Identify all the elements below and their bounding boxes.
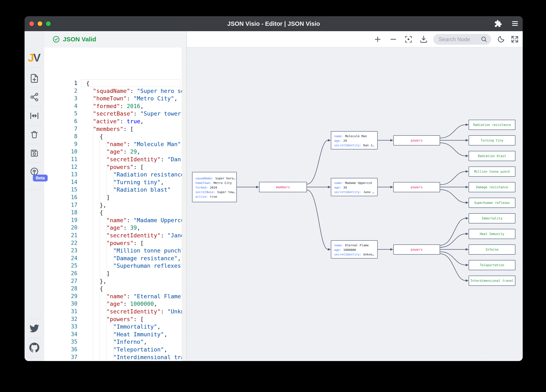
code-line-7[interactable]: 7 "members": [	[44, 125, 182, 133]
code-line-24[interactable]: 24 "Damage resistance",	[44, 254, 182, 262]
editor-scrollbar[interactable]	[182, 47, 186, 361]
divider	[27, 144, 41, 144]
browser-window: JSON Visio - Editor | JSON Visio JV	[25, 16, 523, 361]
code-line-38[interactable]: 38 ]	[44, 361, 182, 361]
code-line-22[interactable]: 22 "powers": [	[44, 239, 182, 247]
graph-node-member-3[interactable]: name: Eternal Flameage: 1000000secretIde…	[331, 240, 378, 259]
code-line-5[interactable]: 5 "secretBase": "Super tower",	[44, 110, 182, 117]
code-line-18[interactable]: 18 {	[44, 209, 182, 216]
line-number: 3	[44, 95, 78, 102]
divider	[27, 68, 41, 68]
code-line-36[interactable]: 36 "Teleportation",	[44, 346, 182, 353]
graph-node-member-2[interactable]: name: Madame Uppercutage: 39secretIdenti…	[331, 178, 378, 196]
line-number: 1	[44, 79, 78, 87]
graph-node-powers-2[interactable]: powers	[393, 182, 440, 192]
graph-node-leaf-heat-immunity[interactable]: Heat Immunity	[468, 229, 515, 239]
search-icon[interactable]	[481, 36, 487, 43]
code-line-11[interactable]: 11 "secretIdentity": "Dan Jukes",	[44, 155, 182, 163]
graph-node-leaf-radiation-blast[interactable]: Radiation blast	[468, 151, 515, 161]
code-line-21[interactable]: 21 "secretIdentity": "Jane Wilson",	[44, 232, 182, 239]
code-line-4[interactable]: 4 "formed": 2016,	[44, 102, 182, 110]
code-line-8[interactable]: 8 {	[44, 133, 182, 140]
line-number: 5	[44, 110, 78, 117]
code-line-28[interactable]: 28 {	[44, 285, 182, 292]
editor-status-bar: JSON Valid	[44, 31, 186, 47]
code-line-35[interactable]: 35 "Inferno",	[44, 338, 182, 346]
center-focus-button[interactable]	[404, 34, 413, 44]
sidebar-item-new-document[interactable]	[29, 73, 39, 83]
code-line-14[interactable]: 14 "Turning tiny",	[44, 178, 182, 186]
code-line-6[interactable]: 6 "active": true,	[44, 117, 182, 125]
code-line-2[interactable]: 2 "squadName": "Super hero squad",	[44, 87, 182, 95]
code-line-29[interactable]: 29 "name": "Eternal Flame",	[44, 292, 182, 300]
graph-node-leaf-interdimensional-travel[interactable]: Interdimensional travel	[468, 276, 515, 286]
graph-node-leaf-damage-resistance[interactable]: Damage resistance	[468, 182, 515, 192]
extensions-puzzle-icon[interactable]	[494, 20, 502, 28]
menu-icon[interactable]	[511, 20, 519, 28]
code-line-3[interactable]: 3 "homeTown": "Metro City",	[44, 95, 182, 102]
search-node-input[interactable]	[438, 36, 481, 43]
trash-icon	[30, 130, 39, 139]
share-icon	[30, 92, 39, 102]
sidebar-item-save[interactable]	[29, 148, 39, 158]
sidebar-item-share[interactable]	[29, 92, 39, 102]
graph-node-leaf-teleportation[interactable]: Teleportation	[468, 260, 515, 270]
code-line-23[interactable]: 23 "Million tonne punch",	[44, 247, 182, 254]
code-line-32[interactable]: 32 "powers": [	[44, 315, 182, 323]
line-number: 34	[44, 330, 78, 338]
line-number: 2	[44, 87, 78, 95]
code-line-1[interactable]: 1{	[44, 79, 182, 87]
check-circle-icon	[52, 36, 60, 43]
line-number: 22	[44, 239, 78, 247]
code-line-34[interactable]: 34 "Heat Immunity",	[44, 330, 182, 338]
graph-node-members[interactable]: members	[259, 182, 307, 192]
graph-node-powers-3[interactable]: powers	[393, 244, 440, 255]
code-line-9[interactable]: 9 "name": "Molecule Man",	[44, 140, 182, 148]
code-line-16[interactable]: 16 ]	[44, 194, 182, 201]
download-image-button[interactable]	[419, 34, 429, 44]
code-line-20[interactable]: 20 "age": 39,	[44, 224, 182, 232]
fullscreen-button[interactable]	[510, 34, 520, 44]
code-line-19[interactable]: 19 "name": "Madame Uppercut",	[44, 216, 182, 224]
code-line-26[interactable]: 26 ]	[44, 270, 182, 277]
sidebar-item-delete[interactable]	[29, 129, 39, 140]
code-line-10[interactable]: 10 "age": 29,	[44, 148, 182, 155]
graph-node-root[interactable]: squadName: Super hero…homeTown: Metro Ci…	[192, 172, 237, 202]
zoom-out-button[interactable]	[389, 34, 398, 44]
code-line-31[interactable]: 31 "secretIdentity": "Unknown",	[44, 308, 182, 315]
code-line-17[interactable]: 17 },	[44, 201, 182, 209]
graph-toolbar	[187, 31, 523, 47]
sidebar-item-twitter[interactable]	[29, 323, 39, 334]
line-number: 37	[44, 353, 78, 361]
code-line-33[interactable]: 33 "Immortality",	[44, 323, 182, 330]
zoom-in-button[interactable]	[373, 34, 383, 44]
code-line-15[interactable]: 15 "Radiation blast"	[44, 186, 182, 194]
line-number: 13	[44, 171, 78, 178]
graph-node-leaf-superhuman-reflexes[interactable]: Superhuman reflexes	[468, 198, 515, 208]
graph-node-leaf-turning-tiny[interactable]: Turning tiny	[468, 135, 515, 145]
graph-node-powers-1[interactable]: powers	[393, 135, 440, 145]
graph-node-leaf-immortality[interactable]: Immortality	[468, 213, 515, 223]
code-line-27[interactable]: 27 },	[44, 277, 182, 285]
minimize-window-button[interactable]	[38, 21, 42, 26]
close-window-button[interactable]	[29, 21, 34, 26]
code-line-13[interactable]: 13 "Radiation resistance",	[44, 171, 182, 178]
sidebar-item-github[interactable]	[29, 342, 39, 353]
sidebar-item-fit-width[interactable]	[29, 111, 39, 121]
dark-mode-toggle[interactable]	[496, 34, 506, 44]
graph-node-member-1[interactable]: name: Molecule Manage: 29secretIdentity:…	[331, 131, 378, 149]
jv-logo[interactable]: JV	[29, 52, 39, 63]
code-line-25[interactable]: 25 "Superhuman reflexes"	[44, 262, 182, 270]
maximize-window-button[interactable]	[46, 21, 51, 26]
divider	[27, 163, 41, 163]
title-bar: JSON Visio - Editor | JSON Visio	[25, 16, 523, 31]
code-line-30[interactable]: 30 "age": 1000000,	[44, 300, 182, 308]
graph-node-leaf-million-tonne-punch[interactable]: Million tonne punch	[468, 166, 515, 177]
line-number: 25	[44, 262, 78, 270]
moon-icon	[497, 35, 505, 43]
code-line-12[interactable]: 12 "powers": [	[44, 163, 182, 171]
code-line-37[interactable]: 37 "Interdimensional travel"	[44, 353, 182, 361]
graph-node-leaf-inferno[interactable]: Inferno	[468, 244, 515, 255]
graph-node-leaf-radiation-resistance[interactable]: Radiation resistance	[468, 120, 515, 130]
code-editor[interactable]: 1{2 "squadName": "Super hero squad",3 "h…	[44, 47, 182, 361]
